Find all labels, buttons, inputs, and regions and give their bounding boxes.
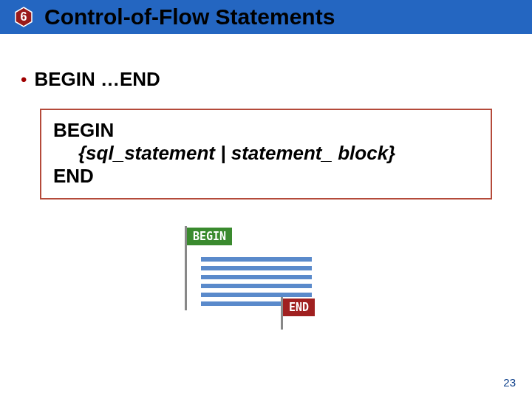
bullet-text: BEGIN …END	[34, 68, 160, 91]
chapter-number: 6	[21, 10, 27, 24]
begin-flag-label: BEGIN	[187, 228, 232, 245]
code-line	[201, 257, 312, 262]
end-flag-pole	[281, 313, 283, 330]
code-line	[201, 266, 312, 270]
slide-title: Control-of-Flow Statements	[44, 4, 335, 30]
code-line	[201, 275, 312, 279]
begin-flag-pole	[185, 242, 187, 310]
bullet-dot-icon: •	[21, 71, 27, 89]
syntax-box: BEGIN {sql_statement | statement_ block}…	[40, 109, 492, 200]
slide-header: 6 Control-of-Flow Statements	[0, 0, 532, 34]
page-number: 23	[503, 376, 516, 389]
end-flag: END	[281, 297, 315, 318]
chapter-badge: 6	[13, 7, 34, 27]
syntax-end: END	[53, 165, 479, 188]
syntax-begin: BEGIN	[53, 119, 479, 142]
bullet-item: • BEGIN …END	[21, 68, 532, 91]
begin-flag: BEGIN	[185, 226, 232, 247]
syntax-statement: {sql_statement | statement_ block}	[78, 142, 479, 165]
code-line	[201, 284, 312, 288]
begin-end-diagram: BEGIN END	[185, 226, 347, 330]
end-flag-label: END	[283, 299, 315, 316]
